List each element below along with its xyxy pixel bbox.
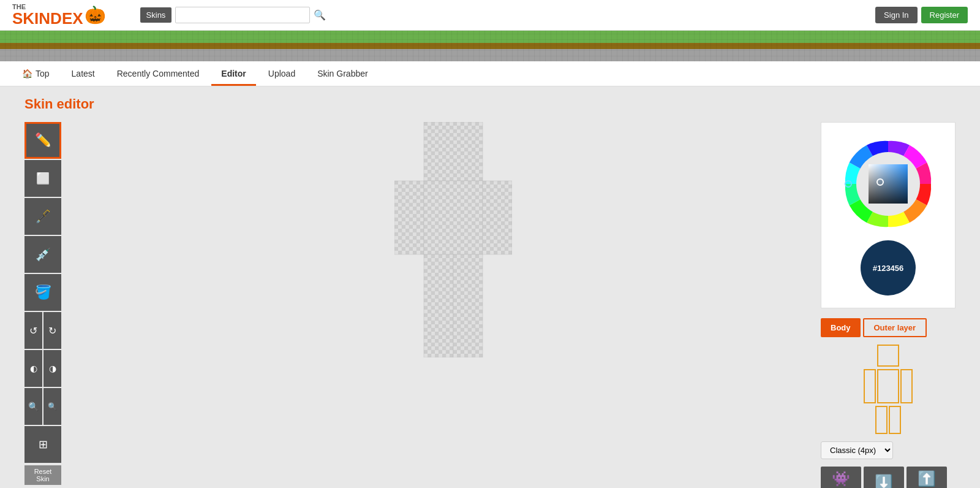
svg-rect-99 bbox=[869, 164, 908, 204]
nav-bar: 🏠 Top Latest Recently Commented Editor U… bbox=[0, 61, 980, 86]
left-leg[interactable] bbox=[875, 406, 888, 434]
nav-item-recently-commented[interactable]: Recently Commented bbox=[107, 61, 209, 86]
header-buttons: Sign In Register bbox=[875, 7, 968, 23]
logo: THE SKINDEX 🎃 bbox=[12, 4, 106, 26]
reset-skin-button[interactable]: Reset Skin bbox=[24, 465, 61, 485]
home-icon: 🏠 bbox=[22, 69, 32, 78]
body-legs-row bbox=[875, 406, 901, 434]
nav-skin-grabber-label: Skin Grabber bbox=[317, 69, 368, 78]
nav-latest-label: Latest bbox=[72, 69, 95, 78]
left-arm[interactable] bbox=[864, 369, 876, 403]
nav-editor-label: Editor bbox=[221, 69, 246, 78]
action-buttons: 👾 Upload to Skindex ⬇️ Download ⬆️ Uploa… bbox=[821, 467, 956, 488]
download-button[interactable]: ⬇️ Download bbox=[864, 467, 904, 488]
lighten-button[interactable]: ◑ bbox=[43, 350, 61, 387]
nav-item-editor[interactable]: Editor bbox=[211, 61, 255, 86]
signin-button[interactable]: Sign In bbox=[875, 7, 917, 23]
body-diagram bbox=[821, 345, 956, 434]
undo-button[interactable]: ↺ bbox=[24, 312, 42, 349]
nav-upload-label: Upload bbox=[268, 69, 295, 78]
color-wheel-svg bbox=[839, 135, 937, 233]
fill-tool-button[interactable]: 🪣 bbox=[24, 274, 61, 311]
right-leg[interactable] bbox=[889, 406, 901, 434]
redo-button[interactable]: ↻ bbox=[43, 312, 61, 349]
skin-svg bbox=[394, 122, 512, 357]
search-button[interactable]: 🔍 bbox=[314, 9, 326, 21]
page-title: Skin editor bbox=[24, 96, 956, 112]
color-hex-display[interactable]: #123456 bbox=[861, 240, 916, 295]
canvas-area bbox=[104, 122, 802, 360]
layer-buttons: Body Outer layer bbox=[821, 318, 956, 337]
body-layer-button[interactable]: Body bbox=[821, 318, 861, 337]
nav-recently-commented-label: Recently Commented bbox=[117, 69, 200, 78]
tools-panel: ✏️ ⬜ 🖋️ 💉 🪣 ↺ ↻ bbox=[24, 122, 86, 485]
nav-item-latest[interactable]: Latest bbox=[62, 61, 105, 86]
body-torso-row bbox=[864, 369, 913, 403]
upload-to-skindex-button[interactable]: 👾 Upload to Skindex bbox=[821, 467, 861, 488]
zoom-out-button[interactable]: 🔍 bbox=[43, 388, 61, 425]
download-icon: ⬇️ bbox=[875, 474, 893, 489]
zoom-in-button[interactable]: 🔍 bbox=[24, 388, 42, 425]
nav-item-upload[interactable]: Upload bbox=[258, 61, 305, 86]
logo-skindex: SKINDEX bbox=[12, 10, 83, 26]
right-arm[interactable] bbox=[900, 369, 913, 403]
main-content: Skin editor ✏️ ⬜ 🖋️ 💉 🪣 bbox=[0, 86, 980, 488]
nav-item-top[interactable]: 🏠 Top bbox=[12, 61, 59, 86]
nav-item-skin-grabber[interactable]: Skin Grabber bbox=[307, 61, 377, 86]
body-torso[interactable] bbox=[877, 369, 899, 403]
skin-preview-button[interactable]: ⊞ bbox=[24, 426, 61, 463]
color-hex-value: #123456 bbox=[873, 264, 904, 273]
eraser-tool-button[interactable]: ⬜ bbox=[24, 160, 61, 197]
search-area: Skins 🔍 bbox=[140, 7, 326, 23]
upload-from-computer-icon: ⬆️ bbox=[918, 470, 936, 487]
search-input[interactable] bbox=[175, 7, 310, 23]
logo-pumpkin-icon: 🎃 bbox=[85, 5, 106, 25]
stamp-tool-button[interactable]: 🖋️ bbox=[24, 198, 61, 235]
header: THE SKINDEX 🎃 Skins 🔍 Sign In Register bbox=[0, 0, 980, 31]
color-wheel[interactable] bbox=[839, 135, 937, 233]
register-button[interactable]: Register bbox=[921, 7, 968, 23]
right-panel: #123456 Body Outer layer bbox=[821, 122, 956, 488]
skin-type-dropdown[interactable]: Classic (4px) Slim (3px) bbox=[821, 441, 893, 459]
pencil-tool-button[interactable]: ✏️ bbox=[24, 122, 61, 159]
darken-button[interactable]: ◐ bbox=[24, 350, 42, 387]
color-picker: #123456 bbox=[821, 122, 956, 308]
eyedropper-tool-button[interactable]: 💉 bbox=[24, 236, 61, 273]
upload-to-skindex-icon: 👾 bbox=[832, 470, 850, 487]
nav-top-label: Top bbox=[36, 69, 50, 78]
search-dropdown[interactable]: Skins bbox=[140, 7, 172, 23]
body-head[interactable] bbox=[877, 345, 899, 367]
outer-layer-button[interactable]: Outer layer bbox=[863, 318, 927, 337]
skin-canvas[interactable] bbox=[394, 122, 512, 360]
pixel-banner bbox=[0, 31, 980, 61]
upload-from-computer-button[interactable]: ⬆️ Upload from Computer bbox=[907, 467, 947, 488]
